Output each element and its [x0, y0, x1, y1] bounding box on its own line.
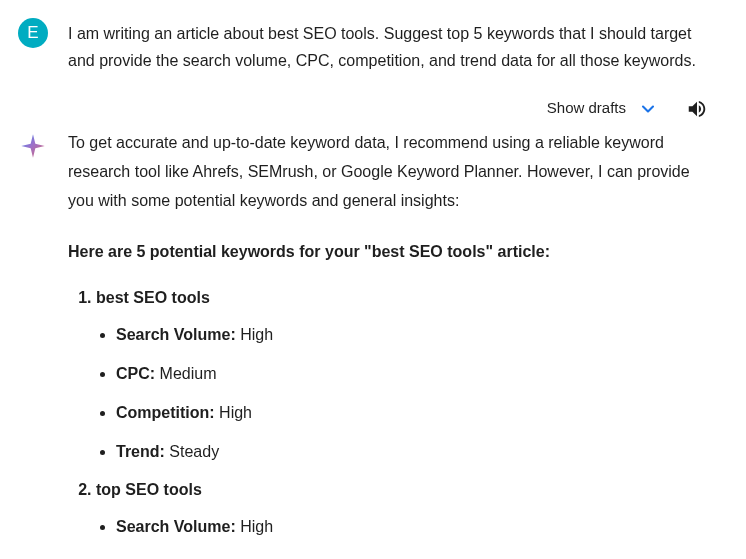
attr-label: Search Volume: [116, 326, 236, 343]
ai-avatar-col [18, 129, 50, 161]
attr-row: CPC: Medium [116, 552, 710, 559]
drafts-row: Show drafts [18, 92, 728, 129]
chevron-down-icon [638, 99, 658, 119]
user-content: I am writing an article about best SEO t… [68, 18, 728, 74]
attr-label: Search Volume: [116, 518, 236, 535]
show-drafts-label: Show drafts [547, 96, 626, 121]
keyword-attrs: Search Volume: High CPC: Medium [96, 513, 710, 559]
user-avatar-col: E [18, 18, 50, 48]
attr-value: Steady [165, 443, 219, 460]
attr-row: Search Volume: High [116, 513, 710, 542]
attr-label: CPC: [116, 365, 155, 382]
sparkle-icon [18, 131, 48, 161]
list-item: best SEO tools Search Volume: High CPC: … [96, 284, 710, 466]
keyword-title: top SEO tools [96, 481, 202, 498]
attr-value: High [236, 518, 273, 535]
user-avatar: E [18, 18, 48, 48]
speaker-icon[interactable] [686, 98, 708, 120]
attr-row: CPC: Medium [116, 360, 710, 389]
user-message: E I am writing an article about best SEO… [18, 18, 728, 74]
attr-row: Search Volume: High [116, 321, 710, 350]
ai-heading: Here are 5 potential keywords for your "… [68, 238, 710, 267]
keyword-list: best SEO tools Search Volume: High CPC: … [68, 284, 710, 559]
list-item: top SEO tools Search Volume: High CPC: M… [96, 476, 710, 559]
user-avatar-letter: E [27, 19, 38, 47]
ai-intro: To get accurate and up-to-date keyword d… [68, 129, 710, 215]
attr-value: High [236, 326, 273, 343]
user-prompt-text: I am writing an article about best SEO t… [68, 18, 710, 74]
attr-row: Competition: High [116, 399, 710, 428]
keyword-attrs: Search Volume: High CPC: Medium Competit… [96, 321, 710, 466]
attr-value: Medium [155, 365, 216, 382]
ai-content: To get accurate and up-to-date keyword d… [68, 129, 728, 559]
attr-label: Trend: [116, 443, 165, 460]
show-drafts-button[interactable]: Show drafts [547, 96, 658, 121]
attr-value: High [215, 404, 252, 421]
attr-label: Competition: [116, 404, 215, 421]
attr-row: Trend: Steady [116, 438, 710, 467]
ai-message: To get accurate and up-to-date keyword d… [18, 129, 728, 559]
keyword-title: best SEO tools [96, 289, 210, 306]
